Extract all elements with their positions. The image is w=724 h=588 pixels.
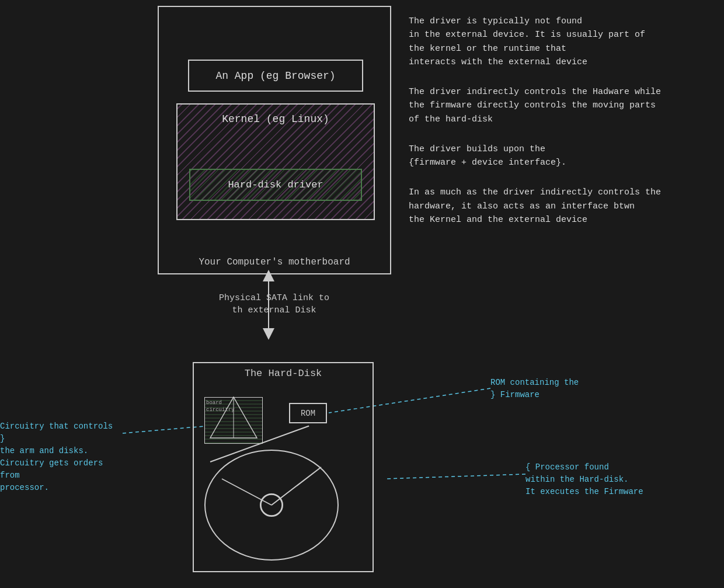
app-label: An App (eg Browser) <box>215 70 335 82</box>
annotation-2: The driver indirectly controls the Hadwa… <box>409 85 706 126</box>
driver-box: Hard-disk driver <box>189 169 362 201</box>
svg-line-8 <box>272 467 321 505</box>
annotation-3-text: The driver builds upon the{firmware + de… <box>409 144 566 168</box>
circuitry-line4: processor. <box>0 483 49 492</box>
annotation-1-text: The driver is typically not foundin the … <box>409 16 645 67</box>
motherboard-box: An App (eg Browser) Kernel (eg Linux) Ha… <box>158 6 391 274</box>
annotation-4: In as much as the driver indirectly cont… <box>409 186 706 227</box>
motherboard-label: Your Computer's motherboard <box>159 257 390 267</box>
rom-annotation: ROM containing the } Firmware <box>490 377 579 401</box>
processor-anno-line1: { Processor found <box>525 462 609 472</box>
harddisk-title: The Hard-Disk <box>193 368 374 379</box>
driver-label: Hard-disk driver <box>228 179 323 190</box>
sata-label: Physical SATA link to th external Disk <box>219 292 329 316</box>
annotation-1: The driver is typically not foundin the … <box>409 15 706 69</box>
rom-anno-line1: ROM containing the <box>490 378 579 387</box>
rom-chip: ROM <box>289 403 327 423</box>
annotation-4-text: In as much as the driver indirectly cont… <box>409 187 661 225</box>
disk-detail-svg <box>204 450 339 561</box>
processor-annotation: { Processor found within the Hard-disk. … <box>525 461 643 498</box>
right-annotations: The driver is typically not foundin the … <box>409 15 706 243</box>
processor-anno-line3: It executes the Firmware <box>525 487 643 496</box>
circuitry-line3: Circuitry gets orders from <box>0 458 103 480</box>
kernel-box: Kernel (eg Linux) Hard-disk driver <box>176 103 375 220</box>
circuitry-line2: the arm and disks. <box>0 446 88 455</box>
annotation-2-text: The driver indirectly controls the Hadwa… <box>409 87 661 124</box>
kernel-label: Kernel (eg Linux) <box>177 113 374 125</box>
rom-anno-line2: } Firmware <box>490 390 539 399</box>
svg-line-2 <box>385 474 525 479</box>
processor-anno-line2: within the Hard-disk. <box>525 475 628 484</box>
rom-label: ROM <box>301 409 315 418</box>
main-diagram: An App (eg Browser) Kernel (eg Linux) Ha… <box>0 0 724 588</box>
svg-marker-5 <box>263 328 274 340</box>
sata-label-line1: Physical SATA link to <box>219 293 329 303</box>
svg-marker-3 <box>263 270 274 281</box>
left-circuitry-annotation: Circuitry that controls } the arm and di… <box>0 420 123 494</box>
annotation-3: The driver builds upon the{firmware + de… <box>409 142 706 170</box>
svg-line-0 <box>123 426 204 433</box>
app-box: An App (eg Browser) <box>188 60 363 92</box>
sata-label-line2: th external Disk <box>232 305 316 315</box>
svg-line-9 <box>222 479 272 505</box>
circuitry-line1: Circuitry that controls } <box>0 422 113 443</box>
